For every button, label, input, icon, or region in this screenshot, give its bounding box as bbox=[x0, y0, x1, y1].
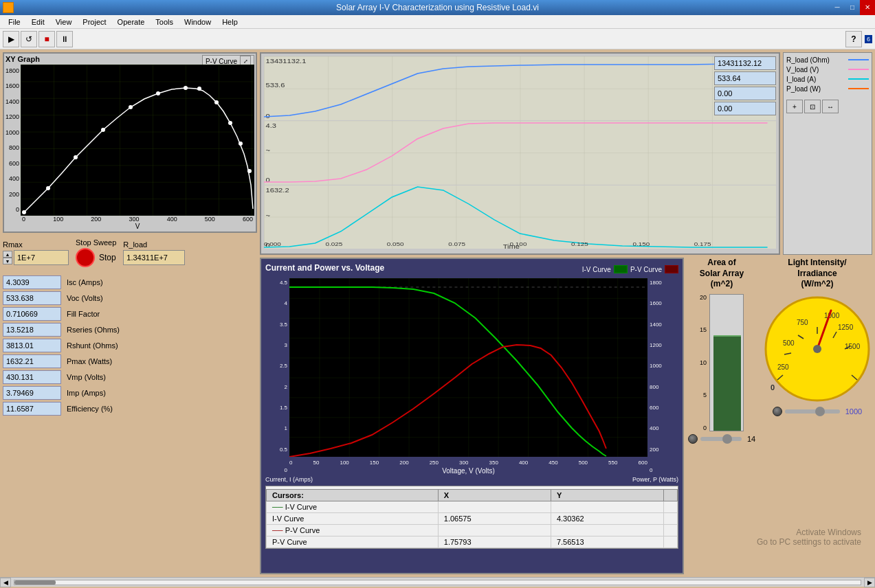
area-slider[interactable] bbox=[700, 437, 742, 441]
svg-rect-15 bbox=[264, 56, 776, 120]
menu-window[interactable]: Window bbox=[179, 15, 217, 28]
meas-voc: 533.638 Voc (Volts) bbox=[3, 291, 257, 305]
cursor-iv-y bbox=[551, 501, 663, 513]
iv-y-axis-labels: Current, I (Amps) Power, P (Watts) bbox=[265, 476, 678, 483]
version-badge: 6 bbox=[865, 35, 872, 43]
pause-button[interactable]: ⏸ bbox=[56, 31, 73, 47]
horizontal-scrollbar[interactable]: ◀ ▶ bbox=[0, 577, 875, 587]
iv-chart-title: Current and Power vs. Voltage bbox=[265, 263, 384, 273]
meas-ff: 0.710669 Fill Factor bbox=[3, 307, 257, 321]
iv-chart-legend: I-V Curve P-V Curve bbox=[582, 265, 678, 273]
menu-tools[interactable]: Tools bbox=[150, 15, 179, 28]
rmax-arrows[interactable]: ▲ ▼ bbox=[3, 251, 12, 264]
cursors-header: Cursors: bbox=[267, 490, 439, 501]
svg-point-8 bbox=[184, 86, 188, 90]
meas-pmax: 1632.21 Pmax (Watts) bbox=[3, 354, 257, 368]
xy-graph-canvas[interactable] bbox=[21, 65, 254, 216]
menu-file[interactable]: File bbox=[3, 15, 26, 28]
menu-edit[interactable]: Edit bbox=[26, 15, 50, 28]
iv-y-left-axis: 4.543.532.521.510.50 bbox=[265, 278, 289, 475]
r-value-display: 13431132.12 bbox=[714, 56, 776, 70]
meas-isc: 4.3039 Isc (Amps) bbox=[3, 275, 257, 289]
scroll-right[interactable]: ▶ bbox=[864, 578, 875, 587]
irradiance-slider[interactable] bbox=[785, 409, 840, 414]
maximize-button[interactable]: □ bbox=[845, 0, 860, 15]
pv-badge-label: P-V Curve bbox=[206, 58, 237, 65]
cursor-pv-name: P-V Curve bbox=[267, 536, 439, 548]
isc-value: 4.3039 bbox=[3, 275, 61, 289]
menu-operate[interactable]: Operate bbox=[112, 15, 151, 28]
iv-x-label: Voltage, V (Volts) bbox=[289, 467, 647, 475]
svg-point-3 bbox=[46, 186, 50, 190]
legend-i-line bbox=[848, 75, 869, 83]
rload-input[interactable]: 1.34311E+7 bbox=[123, 250, 185, 265]
close-button[interactable]: ✕ bbox=[860, 0, 875, 15]
rmax-up[interactable]: ▲ bbox=[3, 251, 12, 258]
cursor-button[interactable]: ↔ bbox=[822, 100, 839, 113]
fit-button[interactable]: ⊡ bbox=[804, 100, 821, 113]
svg-text:0.075: 0.075 bbox=[448, 241, 465, 247]
voc-value: 533.638 bbox=[3, 291, 61, 305]
area-section: Area ofSolar Array(m^2) 20151050 bbox=[687, 258, 757, 574]
bottom-section: Current and Power vs. Voltage I-V Curve … bbox=[260, 258, 872, 574]
right-panel: 13431132.1 533.6 0 4.3 ~ 0 163 bbox=[260, 52, 872, 574]
run-button[interactable]: ▶ bbox=[3, 31, 19, 47]
eff-label: Efficiency (%) bbox=[67, 405, 113, 413]
rmax-input[interactable]: 1E+7 bbox=[14, 250, 69, 265]
svg-rect-25 bbox=[264, 185, 776, 249]
menu-view[interactable]: View bbox=[50, 15, 78, 28]
iv-chart-svg[interactable] bbox=[289, 278, 647, 457]
svg-text:1632.2: 1632.2 bbox=[265, 187, 289, 194]
vmp-value: 430.131 bbox=[3, 370, 61, 384]
time-charts-row: 13431132.1 533.6 0 4.3 ~ 0 163 bbox=[260, 52, 872, 255]
minimize-button[interactable]: ─ bbox=[830, 0, 845, 15]
irradiance-value: 1000 bbox=[845, 407, 862, 416]
abort-button[interactable]: ■ bbox=[38, 31, 55, 47]
area-title: Area ofSolar Array(m^2) bbox=[700, 258, 744, 290]
scroll-left[interactable]: ◀ bbox=[0, 578, 11, 587]
window-controls[interactable]: ─ □ ✕ bbox=[830, 0, 875, 15]
iv-y-right-axis: 180016001400120010008006004002000 bbox=[647, 278, 678, 475]
legend-v-label: V_load (V) bbox=[786, 66, 845, 74]
cursor-iv-header-row: ── I-V Curve bbox=[267, 501, 678, 513]
stop-sweep-label: Stop Sweep bbox=[76, 238, 116, 247]
run-continuous-button[interactable]: ↺ bbox=[21, 31, 37, 47]
cursor-pv-curve-label: P-V Curve bbox=[285, 526, 320, 534]
rmax-spinner: ▲ ▼ 1E+7 bbox=[3, 250, 69, 265]
rload-control: R_load 1.34311E+7 bbox=[123, 240, 185, 265]
svg-text:1000: 1000 bbox=[824, 312, 840, 319]
irradiance-slider-knob bbox=[773, 407, 782, 416]
rmax-down[interactable]: ▼ bbox=[3, 258, 12, 264]
menu-help[interactable]: Help bbox=[217, 15, 243, 28]
time-charts[interactable]: 13431132.1 533.6 0 4.3 ~ 0 163 bbox=[260, 52, 780, 255]
meas-imp: 3.79469 Imp (Amps) bbox=[3, 386, 257, 400]
stop-label: Stop bbox=[99, 253, 116, 262]
imp-label: Imp (Amps) bbox=[67, 389, 106, 397]
scrollbar-track[interactable] bbox=[14, 580, 861, 585]
svg-text:~: ~ bbox=[265, 212, 270, 219]
irradiance-slider-container: 1000 bbox=[773, 407, 862, 416]
menu-project[interactable]: Project bbox=[77, 15, 111, 28]
legend-i: I_load (A) bbox=[786, 75, 869, 83]
chart-toolbar: + ⊡ ↔ bbox=[786, 100, 869, 113]
scrollbar-thumb[interactable] bbox=[14, 580, 56, 585]
controls-row: Rmax ▲ ▼ 1E+7 Stop Sweep Stop R_load bbox=[3, 236, 257, 270]
xy-y-axis: 18001600140012001000 8006004002000 bbox=[5, 65, 19, 216]
isc-label: Isc (Amps) bbox=[67, 278, 103, 286]
xy-graph-container: XY Graph P-V Curve ⤢ 1800160014001200100… bbox=[3, 52, 257, 233]
area-irradiance: Area ofSolar Array(m^2) 20151050 bbox=[687, 258, 872, 574]
help-button[interactable]: ? bbox=[845, 31, 862, 47]
measurements-panel: 4.3039 Isc (Amps) 533.638 Voc (Volts) 0.… bbox=[3, 275, 257, 416]
svg-text:0.025: 0.025 bbox=[325, 241, 342, 247]
stop-sweep-control: Stop Sweep Stop bbox=[76, 238, 116, 267]
rload-legend: R_load (Ohm) V_load (V) I_load (A) P_loa… bbox=[783, 52, 872, 255]
rsh-label: Rshunt (Ohms) bbox=[67, 341, 118, 350]
xy-x-ticks: 0100200300400500600 bbox=[21, 216, 254, 223]
zoom-button[interactable]: + bbox=[786, 100, 803, 113]
stop-button[interactable] bbox=[76, 248, 95, 267]
legend-v-line bbox=[848, 65, 869, 74]
xy-graph-title: XY Graph bbox=[5, 55, 40, 63]
cursor-pv-y-val: 7.56513 bbox=[551, 536, 663, 548]
iv-legend-pv: P-V Curve bbox=[630, 266, 662, 273]
ff-label: Fill Factor bbox=[67, 310, 100, 318]
